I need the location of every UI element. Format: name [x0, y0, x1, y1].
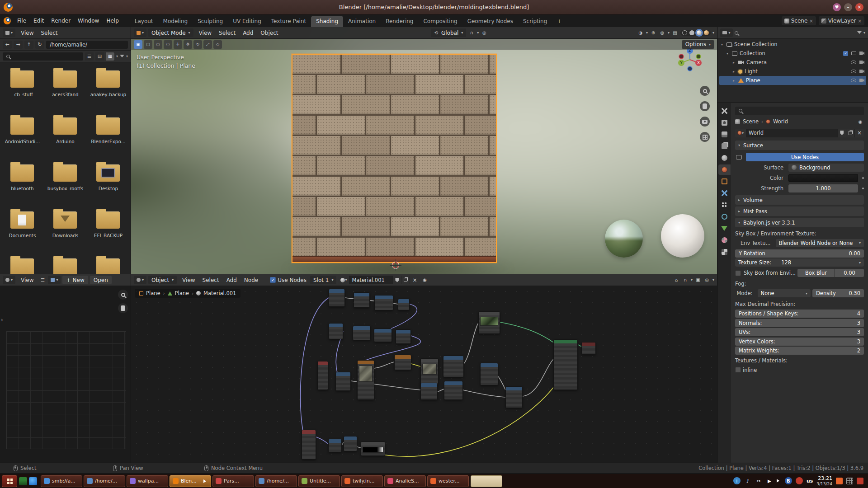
shader-node[interactable] — [394, 355, 411, 370]
orthographic-grid-icon[interactable] — [700, 132, 710, 142]
taskbar-app[interactable]: smb://a... — [41, 475, 82, 487]
tab-physics[interactable] — [718, 211, 731, 222]
scene-unlink-icon[interactable]: × — [809, 19, 813, 23]
minimized-window-button[interactable] — [471, 475, 502, 487]
shader-node[interactable] — [396, 329, 411, 344]
pan-hand-icon[interactable] — [118, 303, 128, 313]
workspace-tab-shading[interactable]: Shading — [311, 16, 343, 27]
workspace-tab-uv-editing[interactable]: UV Editing — [228, 16, 266, 27]
shader-node[interactable] — [353, 326, 371, 340]
view-thumbnails-button[interactable]: ▦ — [106, 52, 114, 61]
file-browser-folder[interactable]: Arduino — [44, 113, 87, 160]
volume-panel-header[interactable]: ▸Volume — [735, 195, 864, 205]
outliner-row-camera[interactable]: ▸Camera — [719, 58, 866, 67]
tray-app-icon[interactable] — [29, 477, 37, 485]
path-field[interactable]: /home/amalie/ — [46, 41, 128, 49]
shader-node[interactable] — [354, 292, 370, 308]
zoom-icon[interactable] — [118, 290, 128, 300]
viewlayer-selector[interactable]: ViewLayer × — [819, 16, 864, 25]
system-monitor-icon[interactable] — [19, 477, 27, 485]
menu-select[interactable]: Select — [199, 276, 223, 284]
shader-node[interactable] — [317, 361, 328, 390]
gizmos-icon[interactable]: ⊕ — [650, 29, 657, 37]
color-swatch[interactable] — [788, 174, 858, 182]
taskbar-app[interactable]: /home/... — [84, 475, 125, 487]
unlink-world-button[interactable]: × — [855, 129, 864, 137]
overlays-chevron[interactable]: ▾ — [668, 31, 670, 35]
menu-file[interactable]: File — [14, 17, 30, 25]
view-list-horizontal-button[interactable]: ▤ — [95, 52, 104, 61]
animate-dot-icon[interactable] — [862, 188, 864, 189]
box-blur-value-field[interactable]: 0.00 — [835, 269, 864, 277]
precision-slider[interactable]: Normals:3 — [735, 319, 864, 327]
precision-slider[interactable]: UVs:3 — [735, 328, 864, 336]
viewlayer-unlink-icon[interactable]: × — [858, 19, 862, 23]
material-browse-icon[interactable]: ▾ — [338, 276, 349, 284]
file-browser-folder[interactable]: bluetooth — [1, 160, 44, 207]
menu-view[interactable]: View — [17, 276, 37, 284]
breadcrumb-scene[interactable]: Scene — [743, 118, 759, 125]
shader-node[interactable] — [444, 381, 463, 400]
app-launcher-button[interactable] — [2, 475, 17, 487]
taskbar-app[interactable]: /home/... — [255, 475, 297, 487]
tab-modifiers[interactable] — [718, 188, 731, 198]
shader-node[interactable] — [328, 439, 342, 452]
precision-slider[interactable]: Matrix Weights:2 — [735, 347, 864, 355]
shader-node[interactable] — [581, 342, 596, 355]
breadcrumb-item[interactable]: Plane — [146, 290, 160, 296]
breadcrumb-world[interactable]: World — [773, 118, 788, 125]
recording-tray-icon[interactable] — [796, 477, 803, 484]
file-browser-folder[interactable]: busybox_rootfs — [44, 160, 87, 207]
file-browser-folder[interactable] — [1, 254, 44, 274]
red-tray-icon[interactable] — [857, 478, 863, 484]
shader-node[interactable] — [374, 295, 393, 310]
taskbar-app[interactable]: twily.in... — [341, 475, 383, 487]
shader-node[interactable] — [361, 441, 385, 456]
info-tray-icon[interactable]: i — [733, 477, 741, 484]
workspace-tab-geometry-nodes[interactable]: Geometry Nodes — [462, 16, 518, 27]
precision-slider[interactable]: Positions / Shape Keys:4 — [735, 310, 864, 318]
window-minimize-button[interactable]: – — [844, 3, 852, 11]
orientation-dropdown[interactable]: ⟲Global▾ — [431, 28, 466, 37]
bluetooth-tray-icon[interactable]: B — [785, 477, 792, 484]
window-titlebar[interactable]: Blender [/home/amalie/Desktop/blender/mo… — [0, 0, 868, 14]
material-name-field[interactable]: Material.001 — [349, 276, 393, 284]
editor-type-icon[interactable]: ▾ — [3, 28, 15, 37]
workspace-tab-sculpting[interactable]: Sculpting — [193, 16, 228, 27]
tab-tool[interactable] — [718, 106, 731, 116]
file-browser-folder[interactable]: AndroidStudi... — [1, 113, 44, 160]
tab-view-layer[interactable] — [718, 141, 731, 151]
workspace-tab-animation[interactable]: Animation — [343, 16, 381, 27]
texture-size-select[interactable]: Texture Size: 128 ▾ — [735, 258, 864, 267]
region-toggle-icon[interactable]: › — [1, 317, 3, 323]
tab-scene[interactable] — [718, 153, 731, 163]
tab-texture[interactable] — [718, 247, 731, 257]
disclosure-triangle-icon[interactable]: ▾ — [721, 42, 726, 47]
editor-type-icon[interactable]: ▾ — [720, 28, 733, 37]
taskbar-app[interactable]: wester... — [427, 475, 469, 487]
filter-chevron[interactable]: ▾ — [126, 54, 128, 58]
skybox-from-env-checkbox[interactable] — [735, 270, 741, 276]
file-browser-folder[interactable]: BlenderExpo... — [87, 113, 130, 160]
tab-material[interactable] — [718, 235, 731, 245]
preview-chevron[interactable]: ▾ — [712, 278, 714, 282]
snap-chevron[interactable]: ▾ — [477, 31, 479, 35]
workspace-tab-compositing[interactable]: Compositing — [418, 16, 462, 27]
outliner-row-light[interactable]: ▸Light — [719, 67, 866, 76]
pan-hand-icon[interactable] — [700, 101, 710, 111]
tab-render[interactable] — [718, 117, 731, 128]
shader-node[interactable] — [335, 372, 351, 391]
shader-node[interactable] — [505, 386, 523, 408]
workspace-tab-layout[interactable]: Layout — [130, 16, 158, 27]
visibility-chevron[interactable]: ▾ — [646, 31, 648, 35]
refresh-button[interactable]: ↻ — [35, 41, 44, 49]
fog-density-slider[interactable]: Density 0.30 — [812, 289, 864, 297]
animate-dot-icon[interactable] — [862, 177, 864, 179]
music-tray-icon[interactable]: ♪ — [744, 477, 751, 484]
taskbar-app[interactable]: wallpa... — [127, 475, 168, 487]
taskbar-app[interactable]: AnalieS... — [384, 475, 426, 487]
file-browser-folder[interactable]: Desktop — [87, 160, 130, 207]
display-settings-chevron[interactable]: ▾ — [116, 54, 118, 58]
forward-button[interactable]: → — [14, 41, 23, 49]
overlays-icon[interactable]: ◍ — [659, 29, 666, 37]
